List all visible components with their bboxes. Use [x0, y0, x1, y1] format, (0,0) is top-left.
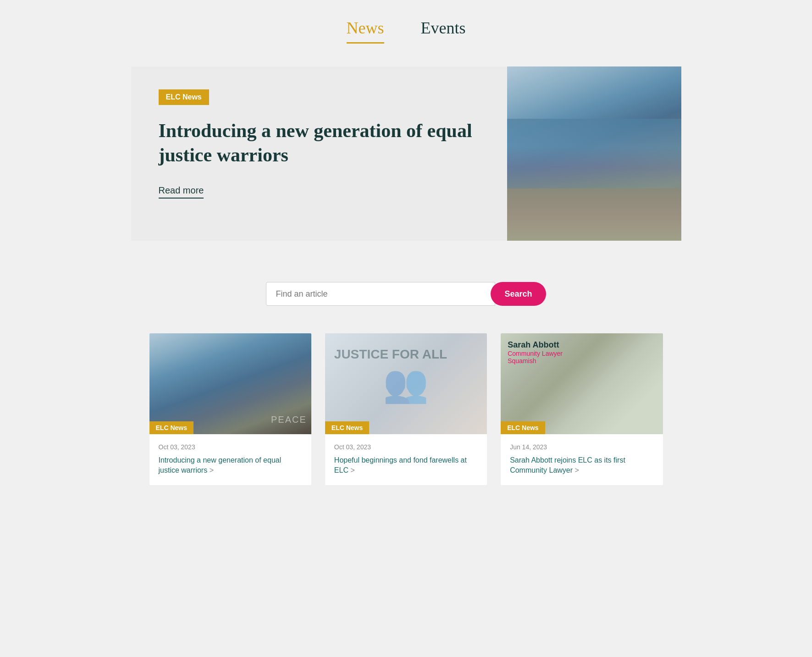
article-content-3: Jun 14, 2023 Sarah Abbott rejoins ELC as…	[501, 434, 663, 485]
article-date-3: Jun 14, 2023	[510, 443, 653, 451]
article-title-3[interactable]: Sarah Abbott rejoins ELC as its first Co…	[510, 455, 653, 476]
search-section: Search	[0, 254, 812, 324]
profile-overlay: Sarah Abbott Community Lawyer Squamish	[508, 340, 563, 364]
article-image-3-content: Sarah Abbott Community Lawyer Squamish	[501, 333, 663, 434]
tab-news[interactable]: News	[347, 18, 384, 44]
article-badge-1: ELC News	[149, 421, 193, 434]
people-visual: JUSTICE FOR ALL	[325, 333, 487, 434]
article-title-1[interactable]: Introducing a new generation of equal ju…	[159, 455, 302, 476]
article-arrow-1: >	[210, 466, 214, 474]
hero-content: ELC News Introducing a new generation of…	[131, 66, 507, 241]
article-badge-2: ELC News	[325, 421, 369, 434]
article-card-3[interactable]: Sarah Abbott Community Lawyer Squamish E…	[501, 333, 663, 485]
hero-badge: ELC News	[159, 89, 209, 105]
hero-image-visual	[507, 66, 681, 241]
article-arrow-2: >	[350, 466, 354, 474]
article-arrow-3: >	[575, 466, 579, 474]
article-content-2: Oct 03, 2023 Hopeful beginnings and fond…	[325, 434, 487, 485]
article-image-1: PEACE ELC News	[149, 333, 311, 434]
profile-location: Squamish	[508, 357, 563, 364]
tabs-nav: News Events	[0, 0, 812, 53]
article-badge-3: ELC News	[501, 421, 545, 434]
hero-image	[507, 66, 681, 241]
tab-events[interactable]: Events	[421, 18, 466, 44]
article-card-1[interactable]: PEACE ELC News Oct 03, 2023 Introducing …	[149, 333, 311, 485]
article-card-2[interactable]: JUSTICE FOR ALL ELC News Oct 03, 2023 Ho…	[325, 333, 487, 485]
article-title-2[interactable]: Hopeful beginnings and fond farewells at…	[334, 455, 478, 476]
article-badge-wrap-2: ELC News	[325, 421, 369, 434]
article-image-3: Sarah Abbott Community Lawyer Squamish E…	[501, 333, 663, 434]
profile-role: Community Lawyer	[508, 350, 563, 357]
justice-text-overlay: JUSTICE FOR ALL	[334, 347, 478, 362]
hero-title: Introducing a new generation of equal ju…	[159, 119, 480, 167]
article-badge-wrap-3: ELC News	[501, 421, 545, 434]
article-image-2: JUSTICE FOR ALL ELC News	[325, 333, 487, 434]
profile-name: Sarah Abbott	[508, 340, 563, 350]
article-date-2: Oct 03, 2023	[334, 443, 478, 451]
hero-section: ELC News Introducing a new generation of…	[131, 66, 681, 241]
search-button[interactable]: Search	[491, 282, 546, 306]
article-date-1: Oct 03, 2023	[159, 443, 302, 451]
search-input[interactable]	[266, 282, 495, 306]
article-content-1: Oct 03, 2023 Introducing a new generatio…	[149, 434, 311, 485]
articles-grid: PEACE ELC News Oct 03, 2023 Introducing …	[131, 324, 681, 513]
hero-read-more[interactable]: Read more	[159, 185, 204, 199]
image-overlay-text-1: PEACE	[271, 414, 307, 425]
article-badge-wrap-1: ELC News	[149, 421, 193, 434]
